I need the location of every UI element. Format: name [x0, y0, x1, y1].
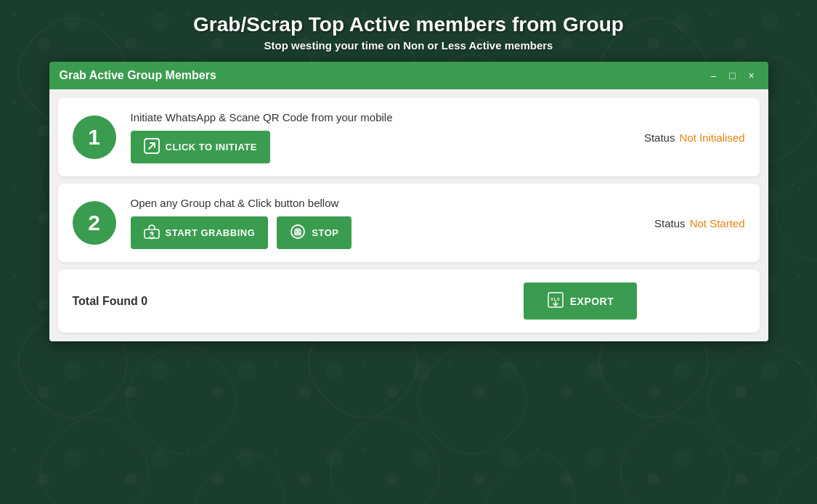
top-headings-area: Grab/Scrap Top Active members from Group… — [0, 0, 817, 62]
step1-buttons: CLICK TO INITIATE — [131, 131, 630, 163]
step2-content: Open any Group chat & Click button bello… — [131, 197, 641, 249]
step1-status-value: Not Initialised — [679, 131, 744, 144]
title-bar: Grab Active Group Members – □ × — [49, 62, 768, 89]
click-to-initiate-button[interactable]: CLICK TO INITIATE — [131, 131, 270, 163]
stop-label: STOP — [312, 227, 338, 238]
total-found-area: Total Found 0 — [73, 295, 402, 308]
total-found-value: 0 — [141, 295, 147, 307]
step1-description: Initiate WhatsApp & Scane QR Code from y… — [131, 111, 630, 123]
export-icon: XLS — [547, 291, 564, 311]
export-area: XLS EXPORT — [416, 283, 745, 320]
close-button[interactable]: × — [745, 69, 758, 82]
initiate-button-label: CLICK TO INITIATE — [166, 142, 257, 153]
window-body: 1 Initiate WhatsApp & Scane QR Code from… — [49, 89, 768, 341]
main-title: Grab/Scrap Top Active members from Group — [15, 13, 802, 36]
initiate-icon — [144, 138, 160, 156]
start-grabbing-button[interactable]: START GRABBING — [131, 216, 269, 249]
maximize-button[interactable]: □ — [726, 69, 739, 82]
step2-status-label: Status — [654, 217, 686, 229]
total-found-label: Total Found — [73, 295, 142, 307]
step1-status-label: Status — [644, 131, 675, 144]
window-controls: – □ × — [707, 69, 758, 82]
start-grabbing-label: START GRABBING — [166, 227, 256, 238]
svg-text:XLS: XLS — [550, 297, 560, 301]
app-window: Grab Active Group Members – □ × 1 Initia… — [49, 62, 768, 341]
step1-number: 1 — [73, 115, 116, 159]
step2-description: Open any Group chat & Click button bello… — [131, 197, 641, 209]
step2-buttons: START GRABBING — [131, 216, 641, 249]
step2-card: 2 Open any Group chat & Click button bel… — [58, 184, 760, 262]
start-grabbing-icon — [144, 224, 160, 242]
step2-status: Status Not Started — [654, 217, 744, 229]
window-title: Grab Active Group Members — [60, 69, 216, 82]
sub-title: Stop westing your time on Non or Less Ac… — [15, 39, 802, 52]
step2-status-value: Not Started — [690, 217, 745, 229]
step1-card: 1 Initiate WhatsApp & Scane QR Code from… — [58, 98, 760, 176]
step1-content: Initiate WhatsApp & Scane QR Code from y… — [131, 111, 630, 163]
step1-status: Status Not Initialised — [644, 131, 745, 144]
step2-number: 2 — [73, 201, 116, 245]
stop-icon — [290, 224, 306, 242]
export-card: Total Found 0 XLS EXPORT — [58, 269, 760, 333]
stop-button[interactable]: STOP — [277, 216, 351, 249]
export-label: EXPORT — [570, 296, 614, 307]
minimize-button[interactable]: – — [707, 69, 720, 82]
export-button[interactable]: XLS EXPORT — [524, 283, 638, 320]
